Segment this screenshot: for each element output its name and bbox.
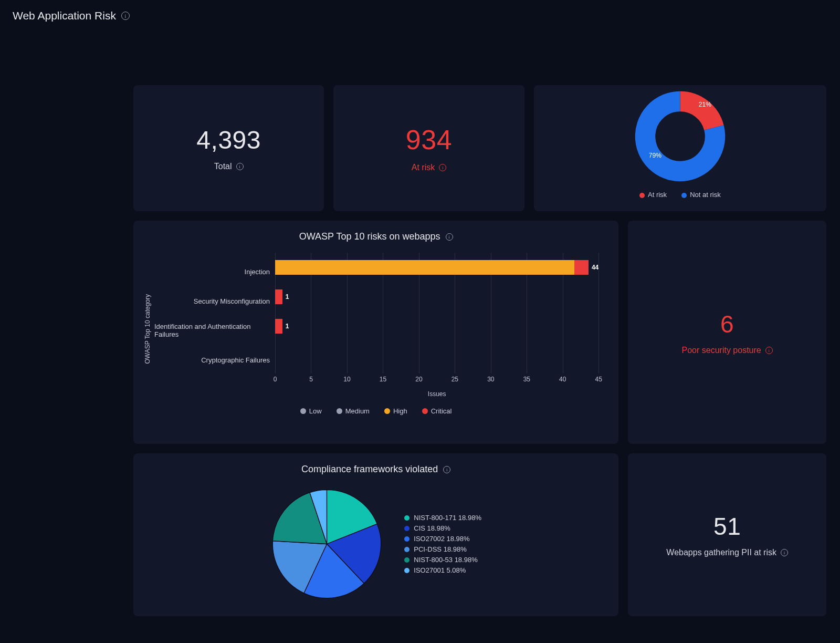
legend-item: NIST-800-53 18.98%: [404, 556, 481, 564]
bar-row[interactable]: [275, 348, 598, 363]
bar-row[interactable]: 1: [275, 319, 598, 334]
kpi-total-value: 4,393: [196, 126, 261, 154]
compliance-card: Compliance frameworks violated i NIST-80…: [133, 453, 618, 616]
kpi-posture-label: Poor security posture: [682, 346, 761, 355]
donut-chart: 21% 79%: [634, 90, 726, 182]
kpi-pii-label-row: Webapps gathering PII at risk i: [666, 548, 788, 557]
compliance-title-row: Compliance frameworks violated i: [144, 464, 608, 475]
owasp-chart-card: OWASP Top 10 risks on webapps i OWASP To…: [133, 221, 618, 444]
info-icon[interactable]: i: [781, 549, 788, 556]
legend-item: Low: [300, 407, 322, 415]
bar-category-label: Security Misconfiguration: [154, 286, 275, 316]
bar-category-label: Injection: [154, 257, 275, 286]
bar-category-label: Identification and Authentication Failur…: [154, 316, 275, 345]
page-title-text: Web Application Risk: [13, 9, 116, 22]
owasp-chart-title-row: OWASP Top 10 risks on webapps i: [144, 231, 608, 242]
compliance-legend: NIST-800-171 18.98%CIS 18.98%ISO27002 18…: [404, 514, 481, 574]
donut-pct-notatrisk: 79%: [649, 152, 662, 159]
bar-value: 1: [286, 293, 289, 300]
donut-card: 21% 79% At risk Not at risk: [534, 85, 826, 211]
kpi-atrisk-value: 934: [406, 124, 452, 155]
donut-pct-atrisk: 21%: [699, 101, 711, 108]
kpi-posture-label-row: Poor security posture i: [682, 346, 773, 355]
kpi-atrisk-card: 934 At risk i: [333, 85, 524, 211]
compliance-title: Compliance frameworks violated: [301, 464, 438, 475]
legend-item: ISO27002 18.98%: [404, 535, 481, 543]
legend-item: NIST-800-171 18.98%: [404, 514, 481, 522]
info-icon[interactable]: i: [236, 163, 244, 170]
kpi-atrisk-label-row: At risk i: [412, 163, 446, 172]
kpi-total-card: 4,393 Total i: [133, 85, 324, 211]
bar-row[interactable]: 44: [275, 260, 598, 275]
page-title: Web Application Risk i: [13, 9, 827, 22]
legend-item: CIS 18.98%: [404, 524, 481, 532]
kpi-total-label: Total: [214, 162, 232, 171]
donut-legend: At risk Not at risk: [639, 191, 721, 199]
owasp-chart-title: OWASP Top 10 risks on webapps: [299, 231, 440, 242]
info-icon[interactable]: i: [765, 347, 773, 354]
bar-value: 44: [592, 264, 598, 271]
kpi-pii-value: 51: [713, 512, 741, 541]
kpi-total-label-row: Total i: [214, 162, 244, 171]
legend-item: High: [384, 407, 407, 415]
info-icon[interactable]: i: [443, 466, 450, 473]
legend-item: ISO27001 5.08%: [404, 566, 481, 574]
legend-item: PCI-DSS 18.98%: [404, 545, 481, 553]
legend-item-notatrisk: Not at risk: [681, 191, 721, 199]
owasp-x-axis-label: Issues: [275, 390, 598, 398]
bar-value: 1: [286, 323, 289, 330]
kpi-posture-card: 6 Poor security posture i: [628, 221, 826, 444]
dashboard-grid: 4,393 Total i 934 At risk i 21% 79%: [133, 85, 826, 616]
legend-item: Medium: [337, 407, 370, 415]
owasp-legend: LowMediumHighCritical: [144, 407, 608, 415]
info-icon[interactable]: i: [446, 233, 453, 241]
legend-item-atrisk: At risk: [639, 191, 667, 199]
owasp-y-axis-label: OWASP Top 10 category: [144, 294, 151, 364]
info-icon[interactable]: i: [439, 164, 446, 171]
info-icon[interactable]: i: [121, 12, 130, 20]
kpi-pii-card: 51 Webapps gathering PII at risk i: [628, 453, 826, 616]
kpi-atrisk-label: At risk: [412, 163, 435, 172]
legend-item: Critical: [422, 407, 452, 415]
kpi-pii-label: Webapps gathering PII at risk: [666, 548, 776, 557]
bar-category-label: Cryptographic Failures: [154, 345, 275, 375]
kpi-posture-value: 6: [720, 310, 734, 338]
bar-row[interactable]: 1: [275, 289, 598, 304]
compliance-pie-chart: [270, 488, 383, 600]
